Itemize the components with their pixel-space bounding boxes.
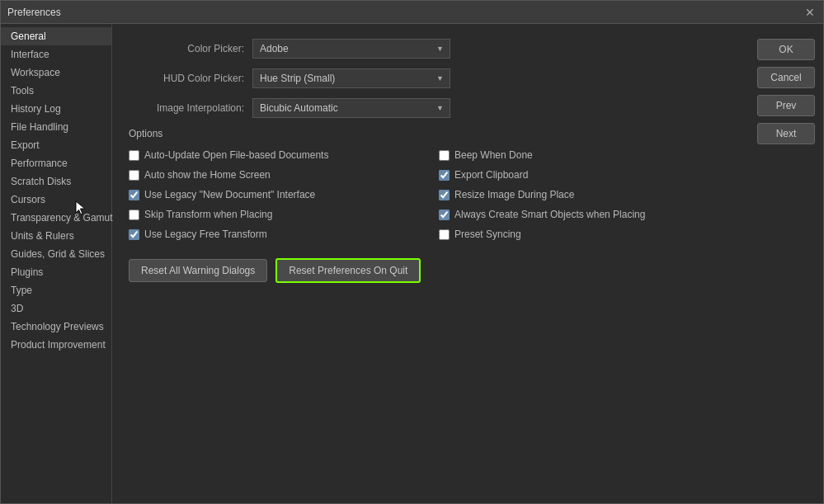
checkbox-use-legacy-free-transform[interactable] bbox=[129, 229, 139, 240]
checkbox-beep-when-done[interactable] bbox=[439, 150, 450, 161]
checkbox-row-export-clipboard: Export Clipboard bbox=[439, 167, 732, 182]
checkbox-row-preset-syncing: Preset Syncing bbox=[439, 227, 732, 242]
checkbox-skip-transform[interactable] bbox=[129, 210, 139, 220]
checkbox-use-legacy-new-doc[interactable] bbox=[129, 190, 139, 200]
image-interpolation-select[interactable]: Bicubic Automatic bbox=[252, 98, 450, 118]
sidebar-item-performance[interactable]: Performance bbox=[1, 154, 111, 172]
sidebar-item-units-rulers[interactable]: Units & Rulers bbox=[1, 227, 111, 245]
sidebar: GeneralInterfaceWorkspaceToolsHistory Lo… bbox=[1, 24, 112, 503]
checkbox-row-use-legacy-new-doc: Use Legacy "New Document" Interface bbox=[129, 187, 422, 202]
reset-preferences-button[interactable]: Reset Preferences On Quit bbox=[275, 258, 421, 283]
checkbox-auto-update[interactable] bbox=[129, 150, 139, 161]
cancel-button[interactable]: Cancel bbox=[757, 67, 815, 88]
options-section: Options Auto-Update Open File-based Docu… bbox=[129, 128, 732, 242]
sidebar-item-file-handling[interactable]: File Handling bbox=[1, 118, 111, 136]
checkbox-export-clipboard[interactable] bbox=[439, 170, 450, 181]
sidebar-item-tools[interactable]: Tools bbox=[1, 82, 111, 100]
checkbox-label-auto-home-screen[interactable]: Auto show the Home Screen bbox=[144, 169, 271, 181]
checkbox-label-use-legacy-new-doc[interactable]: Use Legacy "New Document" Interface bbox=[144, 189, 315, 200]
dialog-body: GeneralInterfaceWorkspaceToolsHistory Lo… bbox=[1, 24, 823, 503]
checkbox-auto-home-screen[interactable] bbox=[129, 170, 139, 181]
sidebar-item-technology-previews[interactable]: Technology Previews bbox=[1, 318, 111, 336]
checkbox-label-use-legacy-free-transform[interactable]: Use Legacy Free Transform bbox=[144, 228, 267, 240]
hud-color-picker-select-wrapper: Hue Strip (Small) bbox=[252, 68, 450, 88]
checkbox-always-create-smart[interactable] bbox=[439, 210, 450, 220]
checkbox-resize-image-during-place[interactable] bbox=[439, 190, 450, 200]
sidebar-item-history-log[interactable]: History Log bbox=[1, 100, 111, 118]
checkbox-label-beep-when-done[interactable]: Beep When Done bbox=[454, 149, 533, 161]
hud-color-picker-row: HUD Color Picker: Hue Strip (Small) bbox=[129, 68, 732, 88]
sidebar-item-product-improvement[interactable]: Product Improvement bbox=[1, 336, 111, 354]
sidebar-item-workspace[interactable]: Workspace bbox=[1, 64, 111, 82]
dialog-title: Preferences bbox=[7, 7, 61, 18]
sidebar-item-guides-grid-slices[interactable]: Guides, Grid & Slices bbox=[1, 245, 111, 263]
bottom-buttons: Reset All Warning Dialogs Reset Preferen… bbox=[129, 258, 732, 283]
checkbox-preset-syncing[interactable] bbox=[439, 229, 450, 240]
checkbox-label-preset-syncing[interactable]: Preset Syncing bbox=[454, 228, 521, 240]
sidebar-item-export[interactable]: Export bbox=[1, 136, 111, 154]
sidebar-item-plugins[interactable]: Plugins bbox=[1, 263, 111, 281]
checkbox-row-auto-home-screen: Auto show the Home Screen bbox=[129, 167, 422, 182]
color-picker-select-wrapper: Adobe bbox=[252, 39, 450, 59]
color-picker-row: Color Picker: Adobe bbox=[129, 39, 732, 59]
checkbox-row-always-create-smart: Always Create Smart Objects when Placing bbox=[439, 207, 732, 222]
image-interpolation-label: Image Interpolation: bbox=[129, 102, 252, 114]
sidebar-item-type[interactable]: Type bbox=[1, 281, 111, 299]
color-picker-label: Color Picker: bbox=[129, 43, 252, 54]
action-buttons: OK Cancel Prev Next bbox=[749, 24, 823, 503]
options-grid: Auto-Update Open File-based DocumentsBee… bbox=[129, 148, 732, 242]
checkbox-label-auto-update[interactable]: Auto-Update Open File-based Documents bbox=[144, 149, 328, 161]
checkbox-row-skip-transform: Skip Transform when Placing bbox=[129, 207, 422, 222]
sidebar-item-cursors[interactable]: Cursors bbox=[1, 191, 111, 209]
checkbox-row-resize-image-during-place: Resize Image During Place bbox=[439, 187, 732, 202]
options-title: Options bbox=[129, 128, 732, 139]
hud-color-picker-select[interactable]: Hue Strip (Small) bbox=[252, 68, 450, 88]
checkbox-row-auto-update: Auto-Update Open File-based Documents bbox=[129, 148, 422, 163]
image-interpolation-row: Image Interpolation: Bicubic Automatic bbox=[129, 98, 732, 118]
sidebar-item-transparency-gamut[interactable]: Transparency & Gamut bbox=[1, 209, 111, 227]
next-button[interactable]: Next bbox=[757, 123, 815, 144]
checkbox-label-resize-image-during-place[interactable]: Resize Image During Place bbox=[454, 189, 574, 200]
checkbox-label-skip-transform[interactable]: Skip Transform when Placing bbox=[144, 209, 272, 220]
ok-button[interactable]: OK bbox=[757, 39, 815, 60]
sidebar-item-scratch-disks[interactable]: Scratch Disks bbox=[1, 172, 111, 191]
close-button[interactable]: ✕ bbox=[803, 6, 817, 19]
sidebar-item-interface[interactable]: Interface bbox=[1, 45, 111, 64]
checkbox-label-export-clipboard[interactable]: Export Clipboard bbox=[454, 169, 528, 181]
prev-button[interactable]: Prev bbox=[757, 95, 815, 116]
sidebar-item-general[interactable]: General bbox=[1, 27, 111, 45]
checkbox-row-use-legacy-free-transform: Use Legacy Free Transform bbox=[129, 227, 422, 242]
image-interpolation-select-wrapper: Bicubic Automatic bbox=[252, 98, 450, 118]
sidebar-item-3d[interactable]: 3D bbox=[1, 299, 111, 318]
color-picker-select[interactable]: Adobe bbox=[252, 39, 450, 59]
main-area: Color Picker: Adobe HUD Color Picker: Hu… bbox=[112, 24, 749, 503]
hud-color-picker-label: HUD Color Picker: bbox=[129, 73, 252, 84]
checkbox-row-beep-when-done: Beep When Done bbox=[439, 148, 732, 163]
title-bar: Preferences ✕ bbox=[1, 1, 823, 24]
preferences-dialog: Preferences ✕ GeneralInterfaceWorkspaceT… bbox=[0, 0, 824, 504]
reset-warnings-button[interactable]: Reset All Warning Dialogs bbox=[129, 259, 267, 282]
checkbox-label-always-create-smart[interactable]: Always Create Smart Objects when Placing bbox=[454, 209, 645, 220]
